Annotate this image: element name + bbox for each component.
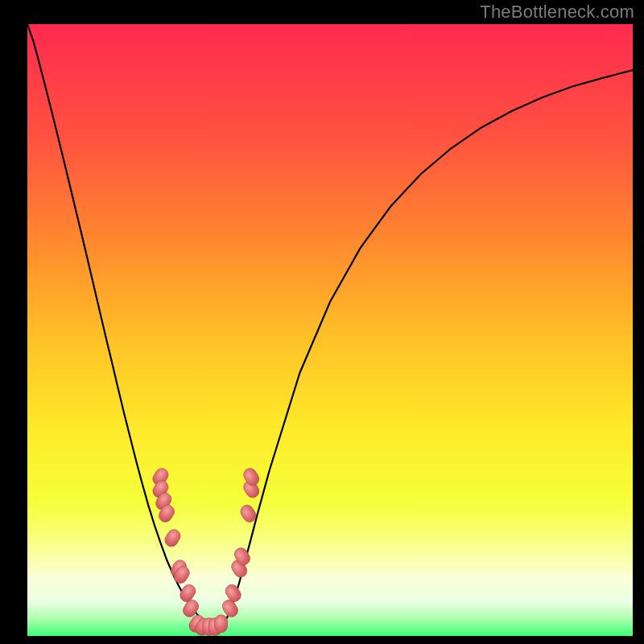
chart-svg [27,24,633,636]
plot-area [27,24,633,636]
watermark-text: TheBottleneck.com [480,2,634,23]
curve-marker [215,615,228,633]
svg-rect-13 [215,615,228,633]
outer-frame: TheBottleneck.com [0,0,644,644]
gradient-background [27,24,633,636]
